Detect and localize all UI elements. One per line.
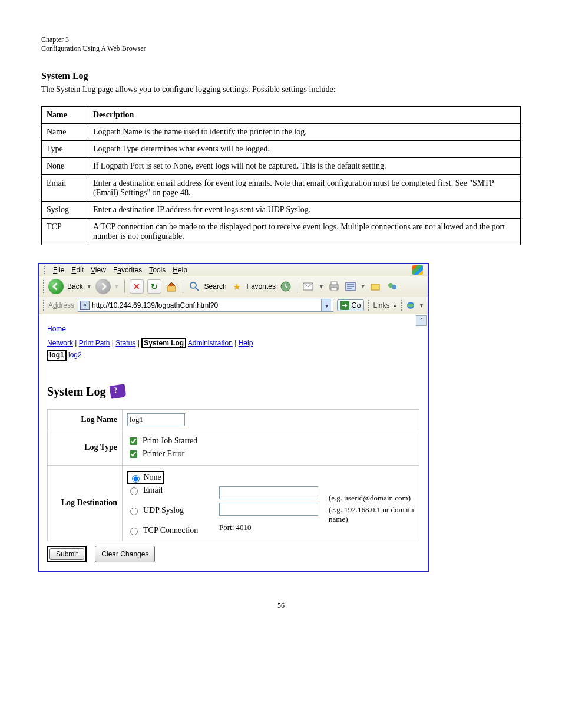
button-row: Submit Clear Changes — [47, 546, 419, 562]
link-help[interactable]: Help — [239, 339, 253, 347]
chapter-label: Chapter 3 — [41, 35, 521, 44]
row-name: Name — [42, 124, 88, 141]
link-log2[interactable]: log2 — [68, 351, 82, 359]
arrow-left-icon — [52, 282, 60, 291]
dropdown-icon[interactable]: ▼ — [319, 284, 324, 289]
chevron-right-icon[interactable]: » — [394, 302, 397, 309]
breadcrumb: Network | Print Path | Status | System L… — [47, 338, 419, 348]
dropdown-icon[interactable]: ▾ — [321, 299, 331, 311]
svg-rect-6 — [331, 288, 337, 291]
row-name: TCP — [42, 219, 88, 245]
arrow-right-icon — [99, 282, 107, 291]
url-text: http://10.244.69.139/logpathConf.html?0 — [92, 301, 319, 309]
th-desc: Description — [88, 107, 521, 124]
link-network[interactable]: Network — [47, 339, 73, 347]
extra-toolbar-icon[interactable] — [406, 301, 415, 310]
menubar: File Edit View Favorites Tools Help — [39, 264, 428, 276]
print-button[interactable] — [328, 280, 340, 293]
svg-rect-5 — [331, 282, 337, 285]
history-button[interactable] — [279, 280, 292, 293]
dropdown-icon[interactable]: ▼ — [361, 284, 366, 289]
back-button[interactable] — [48, 279, 64, 294]
scroll-up-icon[interactable]: ˄ — [416, 315, 427, 326]
clear-button[interactable]: Clear Changes — [95, 546, 155, 562]
logtype-label: Log Type — [48, 430, 123, 465]
subtabs: log1 log2 — [47, 350, 419, 360]
row-desc: Enter a destination IP address for event… — [88, 202, 521, 219]
radio-label: TCP Connection — [143, 526, 198, 535]
menu-help[interactable]: Help — [173, 266, 187, 274]
back-label: Back — [67, 282, 83, 291]
separator — [183, 280, 183, 293]
menu-tools[interactable]: Tools — [149, 266, 166, 274]
stop-button[interactable]: ✕ — [130, 279, 144, 294]
row-desc: Logpath Name is the name used to identif… — [88, 124, 521, 141]
row-desc: If Logpath Port is set to None, event lo… — [88, 158, 521, 175]
radio-udp[interactable] — [130, 508, 138, 515]
menu-file[interactable]: File — [53, 266, 64, 274]
current-tab-systemlog: System Log — [141, 338, 186, 348]
check-printer-error[interactable] — [130, 450, 137, 458]
forward-button[interactable] — [95, 279, 111, 294]
toolbar: Back ▼ ▼ ✕ ↻ Search ★ Favorites — [39, 276, 428, 297]
logname-input[interactable] — [127, 413, 185, 426]
favorites-label: Favorites — [247, 282, 276, 291]
favorites-icon[interactable]: ★ — [230, 280, 243, 293]
edit-button[interactable] — [344, 280, 357, 293]
form-heading: System Log — [47, 385, 105, 398]
svg-point-0 — [190, 282, 196, 288]
udp-hint: (e.g. 192.168.0.1 or domain name) — [329, 505, 414, 523]
link-printpath[interactable]: Print Path — [79, 339, 110, 347]
radio-tcp[interactable] — [130, 528, 138, 535]
separator — [124, 280, 125, 293]
email-input[interactable] — [219, 486, 318, 499]
menu-view[interactable]: View — [91, 266, 106, 274]
refresh-button[interactable]: ↻ — [147, 279, 161, 294]
link-home[interactable]: Home — [47, 325, 66, 333]
settings-table: Name Description NameLogpath Name is the… — [41, 106, 521, 245]
logdest-label: Log Destination — [48, 465, 123, 541]
messenger-button[interactable] — [386, 280, 399, 293]
page-icon: e — [80, 301, 90, 310]
page-content: ˄ Home Network | Print Path | Status | S… — [39, 314, 428, 571]
go-button[interactable]: ➜ Go — [337, 299, 363, 311]
grip-icon — [44, 265, 46, 275]
radio-label: None — [144, 473, 161, 482]
submit-button[interactable]: Submit — [49, 548, 84, 560]
windows-flag-icon — [412, 265, 423, 275]
dropdown-icon[interactable]: ▼ — [87, 284, 92, 289]
row-name: None — [42, 158, 88, 175]
udp-input[interactable] — [219, 503, 318, 516]
row-name: Syslog — [42, 202, 88, 219]
th-name: Name — [42, 107, 88, 124]
row-desc: Logpath Type determines what events will… — [88, 141, 521, 158]
submit-highlight: Submit — [47, 546, 87, 562]
breadcrumb: Home — [47, 325, 419, 333]
radio-label: UDP Syslog — [143, 506, 184, 515]
links-label[interactable]: Links — [373, 301, 390, 309]
mail-button[interactable] — [302, 280, 315, 293]
link-admin[interactable]: Administration — [188, 339, 233, 347]
menu-favorites[interactable]: Favorites — [113, 266, 142, 274]
address-label: Address — [48, 301, 74, 309]
help-book-icon[interactable] — [110, 384, 127, 399]
check-label: Printer Error — [143, 449, 184, 459]
form-heading-row: System Log — [47, 385, 419, 398]
menu-edit[interactable]: Edit — [71, 266, 84, 274]
chapter-title: Configuration Using A Web Browser — [41, 44, 521, 53]
svg-line-1 — [196, 288, 199, 291]
row-name: Type — [42, 141, 88, 158]
dropdown-icon[interactable]: ▼ — [419, 302, 424, 308]
divider — [47, 373, 419, 373]
home-button[interactable] — [165, 280, 178, 293]
check-print-job-started[interactable] — [130, 437, 137, 445]
search-icon[interactable] — [188, 280, 201, 293]
radio-none[interactable] — [132, 475, 140, 483]
link-status[interactable]: Status — [115, 339, 135, 347]
check-label: Print Job Started — [143, 436, 197, 446]
discuss-button[interactable] — [369, 280, 382, 293]
current-subtab-log1: log1 — [47, 350, 67, 360]
radio-email[interactable] — [130, 487, 138, 495]
config-form: Log Name Log Type Print Job Started Prin… — [47, 409, 419, 541]
address-input[interactable]: e http://10.244.69.139/logpathConf.html?… — [78, 299, 333, 312]
